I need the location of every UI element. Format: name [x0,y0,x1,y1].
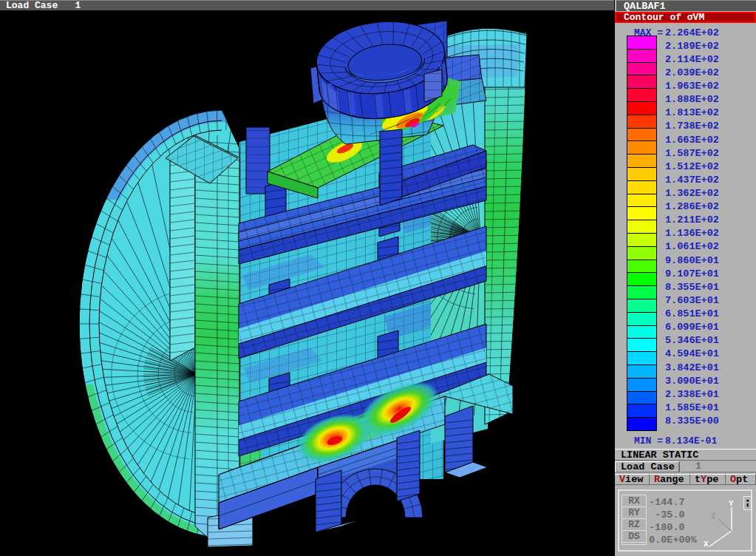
svg-text:Y: Y [729,499,734,508]
svg-text:Z: Z [711,512,716,521]
svg-text:X: X [704,540,709,549]
